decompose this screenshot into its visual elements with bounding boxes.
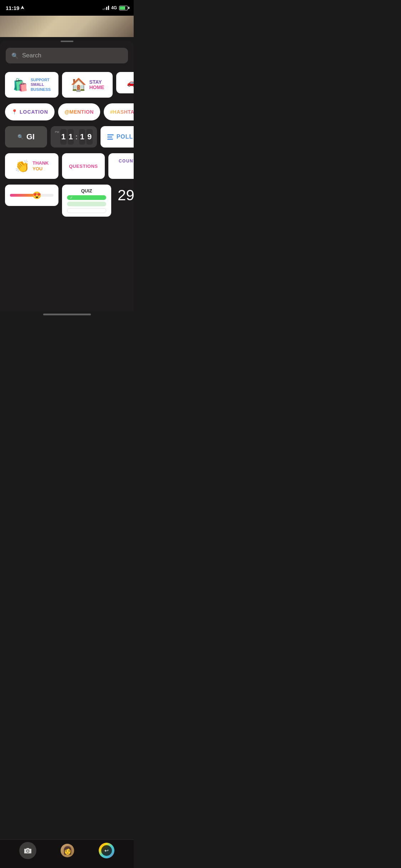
stay-home-heart-house-icon: 🏠 xyxy=(71,77,87,92)
drag-handle[interactable] xyxy=(61,41,73,42)
sticker-countdown[interactable]: COUNTDOWN xyxy=(108,153,134,179)
gif-search-icon: 🔍 xyxy=(17,134,24,140)
status-right: 4G xyxy=(103,5,128,10)
clapping-hands-icon: 👏 xyxy=(15,159,30,173)
support-bag-icon: 🛍️ xyxy=(13,78,28,92)
questions-label: QUESTIONS xyxy=(69,164,98,169)
sticker-grid: 🛍️ SUPPORT SMALL BUSINESS 🏠 STAY HOME 🚗 … xyxy=(0,72,134,217)
sticker-gif[interactable]: 🔍 GI xyxy=(5,126,47,148)
time-digit-3: 1 xyxy=(79,129,86,145)
sticker-quiz[interactable]: QUIZ ✓ xyxy=(62,185,111,217)
sticker-row-4: 👏 THANK YOU QUESTIONS COUNTDOWN xyxy=(5,153,129,179)
signal-bars xyxy=(103,6,109,10)
food-truck-icon: 🚗 xyxy=(127,78,134,87)
quiz-option-correct: ✓ xyxy=(67,195,106,200)
location-pin-icon: 📍 xyxy=(11,109,17,115)
search-icon: 🔍 xyxy=(11,52,19,59)
at-symbol: @ xyxy=(65,109,70,115)
gif-label: GI xyxy=(26,132,35,141)
sticker-mention[interactable]: @ MENTION xyxy=(58,103,100,120)
hash-symbol: # xyxy=(110,109,113,115)
quiz-option-empty xyxy=(67,208,106,213)
signal-bar-4 xyxy=(108,6,109,10)
sticker-row-3: 🔍 GI PM 1 1 : 1 9 POLL xyxy=(5,126,129,148)
sticker-food-orders[interactable]: 🚗 FOODORDERS xyxy=(116,72,134,93)
countdown-label: COUNTDOWN xyxy=(119,159,134,164)
battery-icon xyxy=(119,6,128,10)
home-indicator xyxy=(43,314,91,315)
sticker-row-1: 🛍️ SUPPORT SMALL BUSINESS 🏠 STAY HOME 🚗 … xyxy=(5,72,129,98)
emoji-slider-track: 😍 xyxy=(10,194,53,197)
sticker-support-small-business[interactable]: 🛍️ SUPPORT SMALL BUSINESS xyxy=(5,72,58,98)
sticker-poll[interactable]: POLL xyxy=(101,126,134,148)
sticker-stay-home[interactable]: 🏠 STAY HOME xyxy=(62,72,113,98)
poll-line-1 xyxy=(107,134,114,135)
checkmark-icon: ✓ xyxy=(70,196,73,200)
sticker-row-2: 📍 LOCATION @ MENTION # HASHTAG xyxy=(5,103,129,120)
quiz-label: QUIZ xyxy=(81,188,92,193)
sticker-row-5: 😍 QUIZ ✓ 29°C xyxy=(5,185,129,217)
stay-home-text: STAY HOME xyxy=(89,79,104,91)
time-pm-label: PM xyxy=(55,130,59,134)
location-text: LOCATION xyxy=(20,109,48,115)
sticker-temperature[interactable]: 29°C xyxy=(115,185,134,206)
poll-label: POLL xyxy=(117,134,133,140)
support-small-text: SUPPORT SMALL BUSINESS xyxy=(31,78,51,92)
mention-text: MENTION xyxy=(70,109,94,115)
signal-bar-3 xyxy=(106,7,107,10)
status-time: 11:19 xyxy=(6,5,24,11)
time-colon: : xyxy=(75,133,78,141)
camera-preview xyxy=(0,16,134,37)
sticker-time[interactable]: PM 1 1 : 1 9 xyxy=(51,126,97,148)
sticker-thank-you[interactable]: 👏 THANK YOU xyxy=(5,153,58,179)
poll-line-2 xyxy=(107,136,112,138)
search-placeholder: Search xyxy=(22,52,41,59)
sticker-picker-sheet: 🔍 Search 🛍️ SUPPORT SMALL BUSINESS 🏠 STA… xyxy=(0,41,134,311)
signal-bar-2 xyxy=(104,8,106,10)
time-digit-1: 1 xyxy=(60,129,67,145)
heart-eyes-emoji: 😍 xyxy=(32,192,41,199)
search-bar[interactable]: 🔍 Search xyxy=(6,48,128,63)
status-bar: 11:19 4G xyxy=(0,0,134,16)
sticker-emoji-slider[interactable]: 😍 xyxy=(5,185,58,206)
poll-line-3 xyxy=(107,139,113,140)
time-digit-4: 9 xyxy=(86,129,93,145)
sticker-questions[interactable]: QUESTIONS xyxy=(62,153,105,179)
poll-lines-icon xyxy=(107,134,114,140)
sticker-location[interactable]: 📍 LOCATION xyxy=(5,103,55,120)
sticker-hashtag[interactable]: # HASHTAG xyxy=(104,103,134,120)
location-arrow-icon xyxy=(21,6,24,10)
quiz-option-neutral xyxy=(67,202,106,206)
battery-fill xyxy=(120,6,125,10)
time-digit-2: 1 xyxy=(68,129,74,145)
network-type: 4G xyxy=(111,5,117,10)
hashtag-text: HASHTAG xyxy=(113,109,134,115)
clock: 11:19 xyxy=(6,5,19,11)
signal-bar-1 xyxy=(103,9,104,10)
temperature-value: 29°C xyxy=(118,187,134,204)
thank-you-text: THANK YOU xyxy=(32,160,49,171)
